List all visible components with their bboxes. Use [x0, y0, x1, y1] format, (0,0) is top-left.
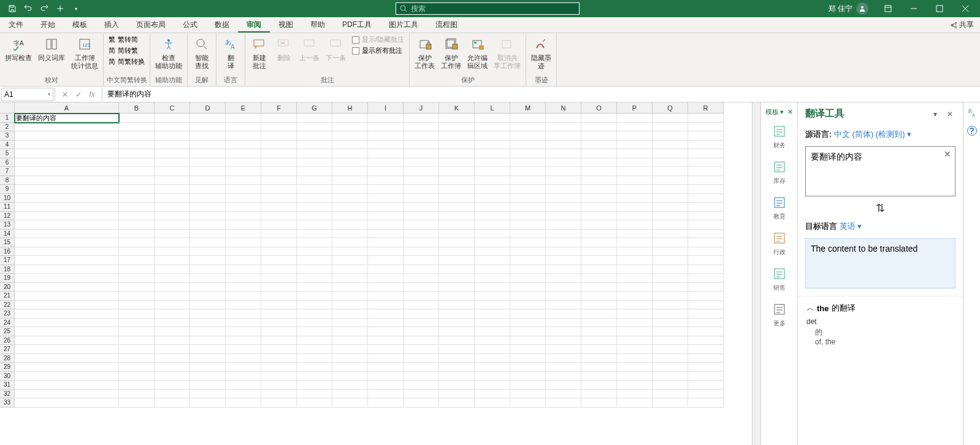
- cell[interactable]: [653, 167, 688, 176]
- cell[interactable]: [226, 327, 261, 336]
- cell[interactable]: [226, 158, 261, 168]
- cell[interactable]: [261, 123, 297, 132]
- cell[interactable]: [368, 203, 404, 212]
- cell[interactable]: [404, 238, 439, 247]
- row-header[interactable]: 25: [0, 327, 15, 336]
- tab-审阅[interactable]: 审阅: [238, 17, 270, 33]
- protect-workbook-button[interactable]: 保护 工作簿: [438, 34, 464, 71]
- cell[interactable]: [155, 283, 190, 292]
- cell[interactable]: [617, 230, 653, 239]
- tab-文件[interactable]: 文件: [0, 17, 32, 33]
- cell[interactable]: [15, 123, 119, 132]
- cell[interactable]: [510, 283, 546, 292]
- cell[interactable]: [404, 114, 439, 123]
- cancel-formula-button[interactable]: ✕: [59, 90, 71, 99]
- cell[interactable]: [15, 336, 119, 346]
- cell[interactable]: [190, 354, 226, 363]
- cell[interactable]: [226, 265, 261, 274]
- cell[interactable]: [617, 238, 653, 247]
- cell[interactable]: [332, 194, 368, 203]
- row-header[interactable]: 30: [0, 372, 15, 381]
- cell[interactable]: [190, 372, 226, 381]
- cell[interactable]: [475, 336, 510, 346]
- cell[interactable]: [404, 398, 439, 408]
- cell[interactable]: [368, 283, 404, 292]
- cell[interactable]: [510, 230, 546, 239]
- tab-开始[interactable]: 开始: [32, 17, 64, 33]
- cell[interactable]: [688, 327, 724, 336]
- cell[interactable]: [653, 283, 688, 292]
- row-header[interactable]: 33: [0, 398, 15, 408]
- cell[interactable]: [475, 158, 510, 168]
- cell[interactable]: [297, 167, 332, 176]
- cell[interactable]: [475, 345, 510, 354]
- cell[interactable]: [190, 292, 226, 301]
- column-header[interactable]: B: [119, 103, 155, 114]
- cell[interactable]: [475, 363, 510, 372]
- cell[interactable]: [15, 292, 119, 301]
- cell[interactable]: [297, 354, 332, 363]
- cell[interactable]: [510, 265, 546, 274]
- cell[interactable]: [581, 230, 617, 239]
- column-header[interactable]: A: [15, 103, 119, 114]
- cell[interactable]: [546, 238, 581, 247]
- cell[interactable]: [581, 363, 617, 372]
- cell[interactable]: [297, 114, 332, 123]
- cell[interactable]: [368, 390, 404, 399]
- cell[interactable]: [404, 372, 439, 381]
- cell[interactable]: [475, 283, 510, 292]
- cell[interactable]: [119, 131, 155, 141]
- column-header[interactable]: H: [332, 103, 368, 114]
- cell[interactable]: [439, 220, 475, 230]
- cell[interactable]: [581, 149, 617, 158]
- select-all-corner[interactable]: [0, 103, 15, 114]
- cell[interactable]: [368, 398, 404, 408]
- cell[interactable]: [226, 238, 261, 247]
- cell[interactable]: [261, 185, 297, 194]
- cell[interactable]: [190, 230, 226, 239]
- cell[interactable]: [404, 381, 439, 390]
- cell[interactable]: [653, 212, 688, 221]
- cell[interactable]: [119, 372, 155, 381]
- cell[interactable]: [475, 203, 510, 212]
- cell[interactable]: [617, 301, 653, 310]
- dict-toggle[interactable]: ︿ the 的翻译: [806, 303, 954, 314]
- cell[interactable]: [546, 176, 581, 185]
- cell[interactable]: [475, 238, 510, 247]
- column-header[interactable]: R: [688, 103, 724, 114]
- cell[interactable]: [581, 203, 617, 212]
- cell[interactable]: [439, 194, 475, 203]
- cell[interactable]: [688, 212, 724, 221]
- row-header[interactable]: 27: [0, 345, 15, 354]
- cell[interactable]: [510, 141, 546, 150]
- cell[interactable]: [546, 309, 581, 319]
- cell[interactable]: [119, 345, 155, 354]
- cell[interactable]: [332, 230, 368, 239]
- tab-帮助[interactable]: 帮助: [302, 17, 334, 33]
- cell[interactable]: [297, 176, 332, 185]
- cell[interactable]: [332, 238, 368, 247]
- workbook-stats-button[interactable]: 123工作簿 统计信息: [69, 34, 101, 71]
- cell[interactable]: [332, 327, 368, 336]
- cell[interactable]: [581, 185, 617, 194]
- trad-to-simp-button[interactable]: 繁繁转简: [106, 34, 147, 45]
- cell[interactable]: [119, 363, 155, 372]
- ribbon-display-options[interactable]: [876, 0, 900, 17]
- cell[interactable]: [190, 176, 226, 185]
- cell[interactable]: [546, 354, 581, 363]
- cell[interactable]: [332, 336, 368, 346]
- cell[interactable]: [297, 336, 332, 346]
- cell[interactable]: [119, 230, 155, 239]
- cell[interactable]: [404, 158, 439, 168]
- cell[interactable]: [653, 292, 688, 301]
- cell[interactable]: [119, 158, 155, 168]
- cell[interactable]: [368, 167, 404, 176]
- cell[interactable]: [581, 327, 617, 336]
- cell[interactable]: [475, 220, 510, 230]
- cell[interactable]: [510, 381, 546, 390]
- cell[interactable]: [617, 354, 653, 363]
- row-header[interactable]: 9: [0, 185, 15, 194]
- cell[interactable]: [332, 220, 368, 230]
- cell[interactable]: [261, 309, 297, 319]
- cell[interactable]: [439, 203, 475, 212]
